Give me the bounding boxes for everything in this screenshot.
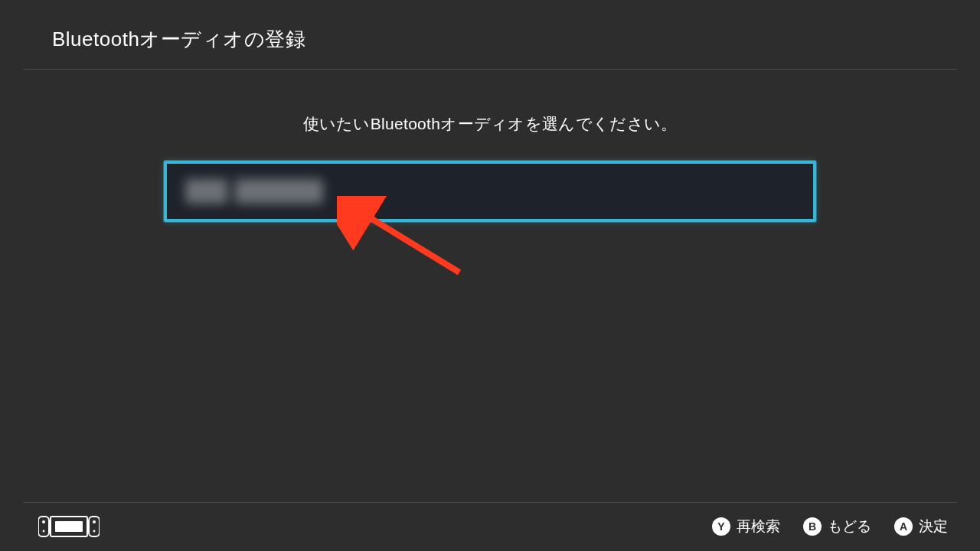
header: Bluetoothオーディオの登録 — [0, 0, 980, 70]
footer-divider — [23, 502, 957, 503]
svg-point-9 — [93, 530, 96, 533]
b-button-icon: B — [803, 517, 822, 536]
svg-point-8 — [43, 530, 45, 533]
console-icon — [38, 515, 100, 538]
y-button-icon: Y — [712, 517, 730, 536]
hint-rescan[interactable]: Y 再検索 — [712, 517, 780, 536]
device-list — [164, 161, 816, 222]
svg-point-6 — [42, 520, 45, 523]
a-button-icon: A — [894, 517, 913, 536]
hint-label: 決定 — [919, 517, 948, 536]
svg-rect-5 — [55, 521, 83, 532]
hint-label: もどる — [828, 517, 871, 536]
svg-point-7 — [93, 520, 96, 523]
svg-rect-3 — [89, 517, 100, 536]
page-title: Bluetoothオーディオの登録 — [52, 26, 980, 53]
device-name-obscured — [185, 179, 323, 204]
hint-back[interactable]: B もどる — [803, 517, 871, 536]
footer: Y 再検索 B もどる A 決定 — [0, 502, 980, 551]
device-list-item[interactable] — [164, 161, 816, 222]
prompt-text: 使いたいBluetoothオーディオを選んでください。 — [0, 113, 980, 135]
header-divider — [23, 69, 957, 70]
svg-rect-2 — [38, 517, 49, 536]
hint-label: 再検索 — [737, 517, 780, 536]
hint-confirm[interactable]: A 決定 — [894, 517, 948, 536]
